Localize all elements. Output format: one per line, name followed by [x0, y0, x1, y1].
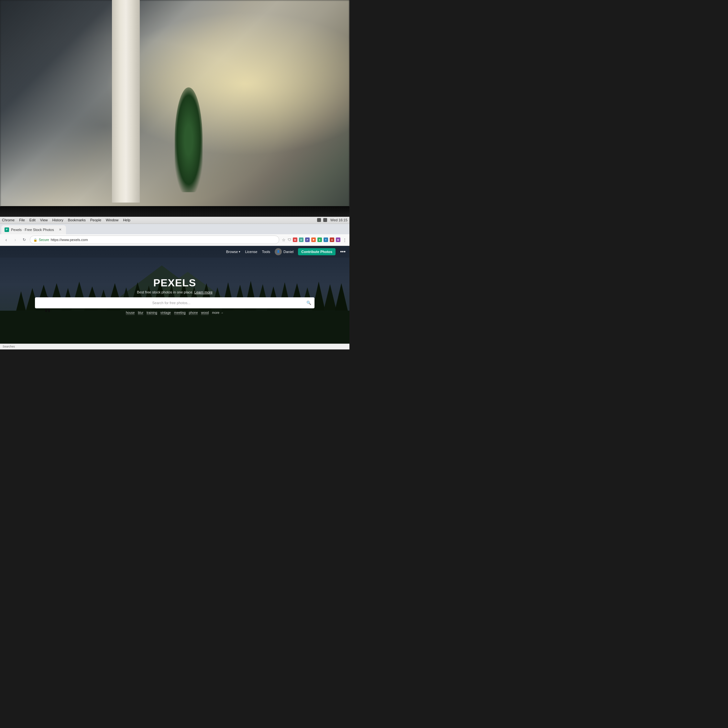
svg-marker-31: [324, 284, 336, 310]
refresh-button[interactable]: ↻: [21, 236, 28, 243]
laptop-bezel: [0, 206, 349, 216]
suggestion-wood[interactable]: wood: [201, 311, 209, 315]
svg-marker-32: [335, 283, 348, 310]
shield-icon: 🛡: [288, 238, 291, 242]
tab-close-button[interactable]: ✕: [58, 227, 63, 232]
user-name[interactable]: Daniel: [283, 250, 294, 254]
plant-decoration: [175, 87, 203, 192]
search-box[interactable]: Search for free photos... 🔍: [35, 297, 315, 308]
bookmark-star-icon[interactable]: ☆: [282, 237, 286, 242]
learn-more-link[interactable]: Learn more: [194, 290, 213, 294]
svg-marker-4: [16, 291, 26, 310]
tab-favicon: P: [5, 228, 9, 232]
menu-bookmarks[interactable]: Bookmarks: [68, 218, 86, 222]
chrome-tabs-bar: P Pexels · Free Stock Photos ✕: [0, 224, 349, 234]
menu-history[interactable]: History: [52, 218, 63, 222]
tagline-text: Best free stock photos in one place.: [137, 290, 193, 294]
license-label: License: [245, 250, 257, 254]
mac-menubar: Chrome File Edit View History Bookmarks …: [0, 217, 349, 224]
suggestion-vintage[interactable]: vintage: [161, 311, 171, 315]
menu-view[interactable]: View: [40, 218, 48, 222]
user-area: 👤 Daniel: [275, 248, 294, 255]
more-options-button[interactable]: •••: [340, 249, 346, 255]
browse-chevron-icon: ▾: [239, 250, 240, 253]
pexels-logo: PEXELS: [35, 277, 315, 289]
menubar-time: Wed 16:15: [330, 218, 347, 222]
chrome-tab-pexels[interactable]: P Pexels · Free Stock Photos ✕: [1, 225, 66, 234]
ext-icon-6[interactable]: T: [324, 237, 328, 242]
search-icon: 🔍: [306, 301, 311, 305]
menu-chrome[interactable]: Chrome: [2, 218, 15, 222]
user-avatar[interactable]: 👤: [275, 248, 282, 255]
chrome-toolbar: ‹ › ↻ 🔒 Secure https://www.pexels.com ☆ …: [0, 234, 349, 246]
secure-icon: 🔒: [33, 238, 37, 242]
menu-help[interactable]: Help: [123, 218, 130, 222]
suggestion-training[interactable]: training: [147, 311, 157, 315]
url-display: https://www.pexels.com: [51, 238, 88, 242]
background-overlay: [0, 0, 349, 210]
suggestion-house[interactable]: house: [126, 311, 135, 315]
pexels-nav: Browse ▾ License Tools 👤 Daniel Contribu…: [0, 246, 349, 257]
bottom-bar-text: Searches: [3, 345, 15, 348]
menu-window[interactable]: Window: [106, 218, 118, 222]
search-placeholder: Search for free photos...: [38, 301, 304, 305]
menu-edit[interactable]: Edit: [29, 218, 35, 222]
pexels-tagline: Best free stock photos in one place. Lea…: [35, 290, 315, 294]
tools-nav-link[interactable]: Tools: [262, 250, 270, 254]
pillar-decoration: [112, 0, 140, 203]
suggestion-more-link[interactable]: more →: [212, 311, 223, 315]
system-icon-wifi: [317, 218, 321, 222]
system-icon-battery: [323, 218, 327, 222]
ext-icon-8[interactable]: M: [336, 237, 340, 242]
toolbar-icons: ☆ 🛡 M D P ▶ E T A M ⋮: [281, 237, 347, 242]
ext-icon-4[interactable]: ▶: [311, 237, 316, 242]
chrome-menu-icon[interactable]: ⋮: [343, 237, 347, 242]
browse-nav-link[interactable]: Browse ▾: [226, 250, 241, 254]
pexels-hero: PEXELS Best free stock photos in one pla…: [35, 277, 315, 315]
ext-icon-7[interactable]: A: [330, 237, 334, 242]
ext-icon-3[interactable]: P: [305, 237, 310, 242]
bottom-bar: Searches: [0, 344, 349, 349]
tab-title: Pexels · Free Stock Photos: [11, 228, 54, 232]
suggestion-phone[interactable]: phone: [189, 311, 198, 315]
menubar-right: Wed 16:15: [317, 218, 347, 222]
suggestion-meeting[interactable]: meeting: [174, 311, 186, 315]
suggestion-blur[interactable]: blur: [138, 311, 143, 315]
menubar-left: Chrome File Edit View History Bookmarks …: [2, 218, 130, 222]
ext-icon-5[interactable]: E: [317, 237, 322, 242]
pexels-website: Browse ▾ License Tools 👤 Daniel Contribu…: [0, 246, 349, 349]
search-suggestions: house blur training vintage meeting phon…: [35, 311, 315, 315]
chrome-browser: Chrome File Edit View History Bookmarks …: [0, 217, 349, 349]
browse-label: Browse: [226, 250, 238, 254]
contribute-photos-button[interactable]: Contribute Photos: [298, 248, 335, 255]
license-nav-link[interactable]: License: [245, 250, 257, 254]
menu-people[interactable]: People: [90, 218, 101, 222]
back-button[interactable]: ‹: [3, 236, 10, 243]
address-bar[interactable]: 🔒 Secure https://www.pexels.com: [30, 236, 279, 244]
tools-label: Tools: [262, 250, 270, 254]
menu-file[interactable]: File: [19, 218, 25, 222]
forward-button[interactable]: ›: [12, 236, 19, 243]
ext-icon-2[interactable]: D: [299, 237, 303, 242]
secure-label: Secure: [39, 238, 49, 242]
ext-icon-1[interactable]: M: [293, 237, 297, 242]
